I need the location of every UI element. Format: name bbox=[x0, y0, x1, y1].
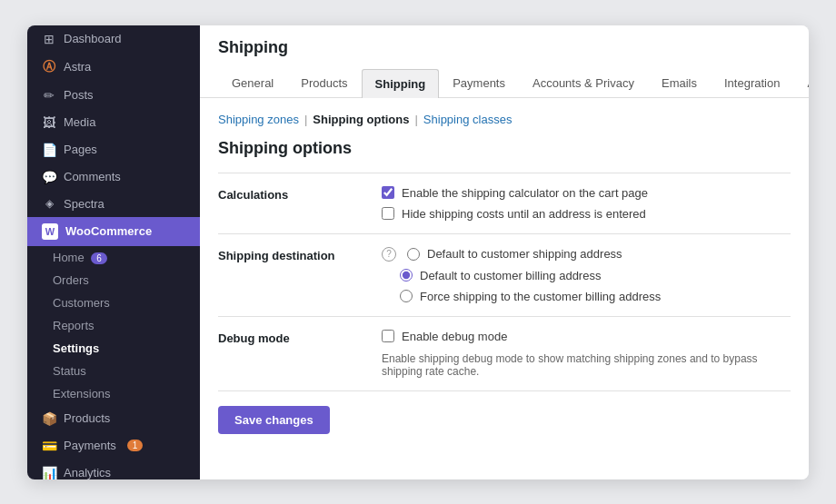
page-header: Shipping General Products Shipping Payme… bbox=[200, 25, 809, 98]
posts-icon: ✏ bbox=[42, 88, 56, 103]
analytics-icon: 📊 bbox=[42, 466, 56, 479]
sidebar-item-posts[interactable]: ✏ Posts bbox=[27, 82, 200, 109]
section-title: Shipping options bbox=[218, 139, 791, 158]
settings-table: Calculations Enable the shipping calcula… bbox=[218, 173, 791, 391]
tab-advanced[interactable]: Advanced bbox=[793, 68, 809, 97]
content-area: Shipping zones | Shipping options | Ship… bbox=[200, 98, 809, 479]
destination-label: Shipping destination bbox=[218, 247, 382, 262]
debug-description: Enable shipping debug mode to show match… bbox=[382, 352, 791, 378]
media-icon: 🖼 bbox=[42, 115, 56, 130]
sidebar-sub-orders[interactable]: Orders bbox=[27, 269, 200, 292]
tab-payments[interactable]: Payments bbox=[439, 68, 519, 97]
enable-debug-checkbox[interactable] bbox=[382, 330, 394, 342]
tabs-container: General Products Shipping Payments Accou… bbox=[218, 68, 791, 97]
sub-nav-sep-2: | bbox=[414, 113, 417, 126]
save-changes-button[interactable]: Save changes bbox=[218, 406, 330, 434]
calculations-control: Enable the shipping calculator on the ca… bbox=[382, 186, 791, 221]
hide-costs-checkbox[interactable] bbox=[382, 207, 394, 220]
comments-icon: 💬 bbox=[42, 170, 56, 184]
payments-badge: 1 bbox=[127, 440, 144, 451]
radio-shipping-address-label: Default to customer shipping address bbox=[427, 247, 622, 261]
main-content: Shipping General Products Shipping Payme… bbox=[200, 25, 809, 479]
sub-nav-sep-1: | bbox=[304, 113, 307, 126]
tab-shipping[interactable]: Shipping bbox=[362, 69, 440, 98]
dashboard-icon: ⊞ bbox=[42, 32, 56, 46]
radio-force-billing-label: Force shipping to the customer billing a… bbox=[420, 290, 661, 303]
tab-integration[interactable]: Integration bbox=[711, 68, 793, 97]
checkbox-row-debug: Enable debug mode bbox=[382, 330, 791, 343]
debug-label: Debug mode bbox=[218, 330, 382, 345]
radio-force-billing[interactable] bbox=[400, 290, 413, 302]
radio-row-force-billing: Force shipping to the customer billing a… bbox=[382, 290, 791, 303]
woo-icon: W bbox=[42, 223, 58, 240]
sub-nav-shipping-options[interactable]: Shipping options bbox=[313, 113, 409, 126]
sub-nav-shipping-classes[interactable]: Shipping classes bbox=[423, 113, 513, 126]
radio-billing-address-label: Default to customer billing address bbox=[420, 269, 601, 282]
radio-shipping-address[interactable] bbox=[407, 248, 420, 261]
sidebar-item-payments[interactable]: 💳 Payments 1 bbox=[27, 432, 200, 460]
sidebar-item-comments[interactable]: 💬 Comments bbox=[27, 163, 200, 191]
tab-products[interactable]: Products bbox=[287, 68, 361, 97]
enable-calculator-label: Enable the shipping calculator on the ca… bbox=[402, 186, 648, 200]
sidebar-item-dashboard[interactable]: ⊞ Dashboard bbox=[27, 25, 200, 53]
astra-icon: Ⓐ bbox=[42, 59, 56, 75]
help-icon[interactable]: ? bbox=[382, 247, 396, 262]
tab-emails[interactable]: Emails bbox=[648, 68, 711, 97]
sidebar-sub-reports[interactable]: Reports bbox=[27, 314, 200, 337]
sidebar-item-pages[interactable]: 📄 Pages bbox=[27, 136, 200, 163]
home-badge: 6 bbox=[91, 252, 107, 264]
sidebar-sub-customers[interactable]: Customers bbox=[27, 292, 200, 314]
settings-row-destination: Shipping destination ? Default to custom… bbox=[218, 234, 791, 317]
enable-debug-label: Enable debug mode bbox=[402, 330, 507, 343]
payments-icon: 💳 bbox=[42, 439, 56, 453]
enable-calculator-checkbox[interactable] bbox=[382, 186, 394, 199]
spectra-icon: ◈ bbox=[42, 197, 56, 210]
tab-accounts-privacy[interactable]: Accounts & Privacy bbox=[519, 68, 648, 97]
sub-nav-shipping-zones[interactable]: Shipping zones bbox=[218, 113, 299, 126]
woocommerce-header[interactable]: W WooCommerce bbox=[27, 217, 200, 246]
debug-control: Enable debug mode Enable shipping debug … bbox=[382, 330, 791, 378]
checkbox-row-hide-costs: Hide shipping costs until an address is … bbox=[382, 207, 791, 221]
sidebar-item-astra[interactable]: Ⓐ Astra bbox=[27, 53, 200, 82]
sidebar-sub-home[interactable]: Home 6 bbox=[27, 246, 200, 269]
sidebar-item-media[interactable]: 🖼 Media bbox=[27, 109, 200, 136]
sidebar-item-products[interactable]: 📦 Products bbox=[27, 405, 200, 432]
settings-row-calculations: Calculations Enable the shipping calcula… bbox=[218, 173, 791, 234]
tab-general[interactable]: General bbox=[218, 68, 287, 97]
radio-row-shipping-address: ? Default to customer shipping address bbox=[382, 247, 791, 262]
calculations-label: Calculations bbox=[218, 186, 382, 202]
radio-billing-address[interactable] bbox=[400, 269, 413, 282]
destination-control: ? Default to customer shipping address D… bbox=[382, 247, 791, 303]
radio-row-billing-address: Default to customer billing address bbox=[382, 269, 791, 282]
app-wrapper: ⊞ Dashboard Ⓐ Astra ✏ Posts 🖼 Media 📄 Pa… bbox=[27, 25, 809, 479]
checkbox-row-calculator: Enable the shipping calculator on the ca… bbox=[382, 186, 791, 200]
sub-nav: Shipping zones | Shipping options | Ship… bbox=[218, 113, 791, 126]
page-title: Shipping bbox=[218, 38, 791, 57]
sidebar-sub-settings[interactable]: Settings bbox=[27, 337, 200, 360]
sidebar-sub-extensions[interactable]: Extensions bbox=[27, 382, 200, 405]
sidebar-sub-status[interactable]: Status bbox=[27, 360, 200, 382]
sidebar-item-analytics[interactable]: 📊 Analytics bbox=[27, 460, 200, 479]
pages-icon: 📄 bbox=[42, 143, 56, 157]
hide-costs-label: Hide shipping costs until an address is … bbox=[402, 207, 646, 221]
sidebar: ⊞ Dashboard Ⓐ Astra ✏ Posts 🖼 Media 📄 Pa… bbox=[27, 25, 200, 479]
sidebar-item-spectra[interactable]: ◈ Spectra bbox=[27, 191, 200, 217]
settings-row-debug: Debug mode Enable debug mode Enable ship… bbox=[218, 317, 791, 391]
products-icon: 📦 bbox=[42, 411, 56, 426]
